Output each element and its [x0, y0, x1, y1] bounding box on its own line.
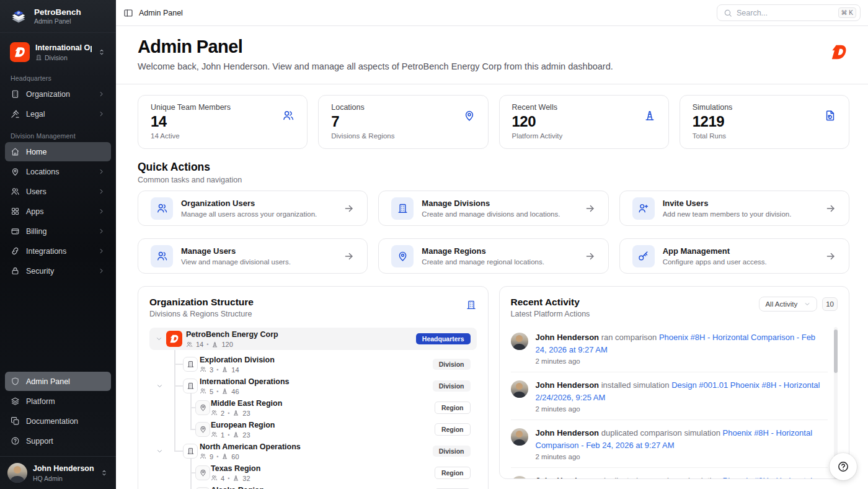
quick-action-card[interactable]: Manage Users View and manage divisional …: [138, 238, 368, 274]
org-node-badge: Region: [435, 423, 471, 436]
sidebar-item[interactable]: Platform: [5, 392, 111, 411]
quick-action-title: Manage Divisions: [422, 199, 560, 209]
sidebar-item[interactable]: Home: [5, 142, 111, 161]
stat-sub: Total Runs: [693, 132, 836, 140]
org-switcher[interactable]: International Operatio Division: [6, 39, 110, 65]
stat-value: 14: [151, 113, 294, 130]
org-tree-node[interactable]: Alaska Region 4 • 28 Region: [149, 483, 477, 489]
sidebar-item[interactable]: Users: [5, 182, 111, 201]
chevron-right-icon: [97, 187, 105, 195]
org-tree-node[interactable]: European Region 1 • 23 Region: [149, 418, 477, 440]
user-name: John Henderson: [33, 464, 94, 473]
org-node-badge: Division: [433, 380, 471, 392]
wells-icon: [211, 341, 218, 348]
quick-action-card[interactable]: Invite Users Add new team members to you…: [619, 191, 849, 226]
quick-action-icon: [637, 202, 649, 214]
sidebar-item[interactable]: Support: [5, 431, 111, 451]
org-tree-node[interactable]: International Operations 5 • 46 Division: [149, 375, 477, 397]
org-tree: PetroBench Energy Corp 14 • 120 Headquar…: [149, 328, 477, 489]
org-node-user-count: 14: [196, 341, 203, 348]
users-icon: [211, 431, 218, 438]
activity-count-badge: 10: [822, 297, 838, 311]
quick-action-card[interactable]: App Management Configure apps and user a…: [619, 238, 849, 274]
chevron-down-icon[interactable]: [155, 335, 163, 343]
page-header: Admin Panel Welcome back, John Henderson…: [116, 26, 868, 84]
dot-separator: •: [228, 475, 229, 481]
activity-user: John Henderson: [536, 428, 600, 437]
org-node-well-count: 23: [242, 431, 250, 438]
activity-action: ran comparison: [601, 333, 657, 342]
chevron-down-icon[interactable]: [156, 447, 164, 455]
sidebar-item[interactable]: Organization: [5, 84, 111, 104]
sidebar: P PetroBench Admin Panel International O…: [0, 0, 116, 489]
users-icon: [211, 410, 218, 416]
org-node-name: PetroBench Energy Corp: [186, 330, 278, 339]
sidebar-item-label: Organization: [26, 90, 70, 99]
stat-card: Locations 7 Divisions & Regions: [318, 95, 488, 149]
chevron-down-icon[interactable]: [156, 382, 164, 390]
org-node-user-count: 5: [210, 387, 213, 395]
stat-icon: [282, 109, 294, 122]
quick-action-desc: Configure apps and user access.: [663, 258, 767, 266]
sidebar-item-icon: [11, 147, 20, 156]
sidebar-toggle-icon[interactable]: [123, 8, 133, 18]
user-menu[interactable]: John Henderson HQ Admin: [0, 456, 116, 489]
help-button[interactable]: [830, 453, 857, 480]
users-icon: [200, 388, 206, 395]
dot-separator: •: [228, 410, 229, 416]
sidebar-item[interactable]: Security: [5, 261, 111, 280]
sidebar-item[interactable]: Apps: [5, 202, 111, 221]
main-area: Admin Panel ⌘ K Admin Panel Welcome back…: [116, 0, 868, 489]
sidebar-item[interactable]: Integrations: [5, 241, 111, 261]
activity-user: John Henderson: [536, 476, 600, 479]
quick-action-desc: Add new team members to your division.: [663, 210, 792, 218]
org-node-icon: [183, 379, 198, 393]
sidebar-item[interactable]: Billing: [5, 222, 111, 241]
activity-time: 2 minutes ago: [536, 453, 828, 460]
quick-action-card[interactable]: Manage Divisions Create and manage divis…: [378, 191, 608, 226]
wells-icon: [221, 366, 228, 373]
quick-action-title: Manage Users: [181, 246, 291, 256]
stats-row: Unique Team Members 14 14 Active Locatio…: [138, 95, 849, 149]
quick-actions-grid: Organization Users Manage all users acro…: [138, 191, 849, 274]
org-node-name: Middle East Region: [211, 398, 282, 408]
section-label-headquarters: Headquarters: [11, 74, 105, 82]
sidebar-item[interactable]: Legal: [5, 104, 111, 123]
dot-separator: •: [228, 431, 229, 437]
quick-action-card[interactable]: Manage Regions Create and manage regiona…: [378, 238, 608, 274]
sidebar-item[interactable]: Admin Panel: [5, 372, 111, 391]
org-tree-node[interactable]: Texas Region 4 • 32 Region: [149, 462, 477, 483]
quick-actions-subtitle: Common tasks and navigation: [138, 176, 849, 184]
org-tree-node[interactable]: Middle East Region 2 • 23 Region: [149, 397, 477, 418]
dot-separator: •: [216, 366, 218, 372]
sidebar-item-icon: [11, 246, 20, 256]
quick-action-desc: View and manage divisional users.: [181, 258, 291, 266]
wells-icon: [232, 475, 239, 482]
org-tree-node[interactable]: Exploration Division 3 • 14 Division: [149, 353, 477, 375]
search-box[interactable]: ⌘ K: [717, 4, 861, 21]
activity-filter-select[interactable]: All Activity: [759, 297, 817, 312]
org-node-icon: [183, 357, 198, 372]
quick-action-icon: [397, 202, 409, 214]
org-tree-node[interactable]: North American Operations 9 • 60 Divisio…: [149, 440, 477, 462]
search-input[interactable]: [737, 9, 834, 17]
org-node-well-count: 46: [231, 387, 239, 395]
stat-sub: Platform Activity: [512, 132, 656, 140]
breadcrumb: Admin Panel: [139, 9, 183, 17]
sidebar-nav-division: Home Locations Users Apps: [0, 141, 116, 281]
activity-scrollbar-thumb[interactable]: [834, 330, 838, 373]
quick-action-icon: [156, 202, 168, 214]
sidebar-item[interactable]: Documentation: [5, 411, 111, 431]
activity-item: John Henderson installed simulation Desi…: [511, 372, 828, 419]
svg-text:P: P: [17, 11, 20, 15]
stat-sub: Divisions & Regions: [331, 132, 475, 140]
org-node-badge: Region: [435, 467, 471, 479]
org-tree-node[interactable]: PetroBench Energy Corp 14 • 120 Headquar…: [149, 328, 477, 350]
activity-item: John Henderson duplicated comparison sim…: [511, 467, 828, 479]
activity-item: John Henderson ran comparison Phoenix #8…: [511, 325, 828, 372]
quick-action-card[interactable]: Organization Users Manage all users acro…: [138, 191, 368, 226]
sidebar-item-label: Admin Panel: [26, 377, 70, 386]
stat-card: Simulations 1219 Total Runs: [680, 95, 849, 149]
sidebar-item[interactable]: Locations: [5, 162, 111, 181]
stat-value: 120: [512, 113, 656, 130]
